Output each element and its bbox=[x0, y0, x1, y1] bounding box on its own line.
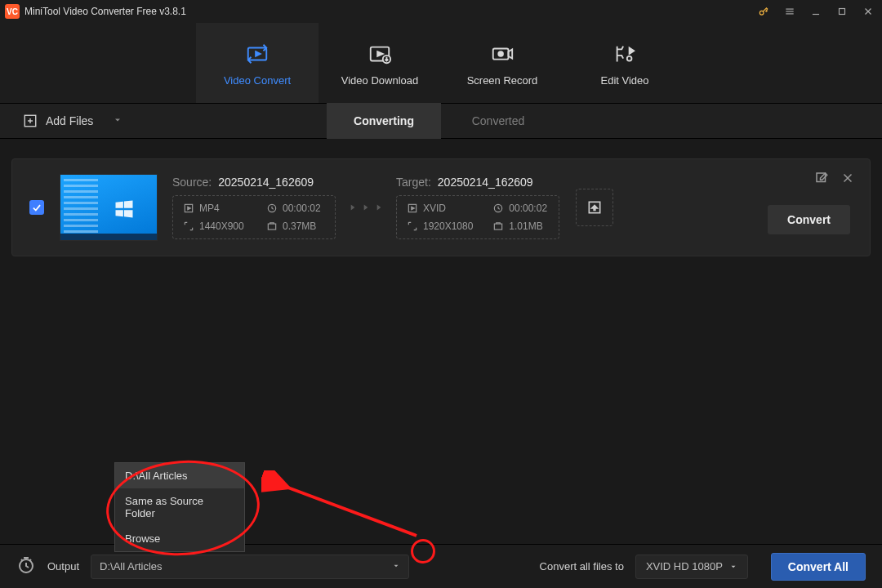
svg-marker-11 bbox=[377, 51, 383, 56]
convert-state-toggle: Converting Converted bbox=[327, 103, 555, 139]
output-path-value: D:\All Articles bbox=[100, 560, 163, 572]
menu-icon[interactable] bbox=[782, 4, 797, 19]
source-filename: 20250214_162609 bbox=[218, 176, 314, 189]
tab-video-download[interactable]: Video Download bbox=[318, 23, 441, 103]
svg-point-0 bbox=[760, 11, 764, 15]
conversion-item: Source: 20250214_162609 MP4 00:00:02 144… bbox=[11, 158, 871, 256]
svg-rect-22 bbox=[268, 224, 275, 229]
download-icon bbox=[368, 40, 392, 68]
tab-screen-record[interactable]: Screen Record bbox=[441, 23, 564, 103]
output-label: Output bbox=[47, 560, 79, 572]
maximize-icon[interactable] bbox=[835, 4, 849, 19]
source-size: 0.37MB bbox=[266, 220, 325, 232]
remove-item-icon[interactable] bbox=[840, 171, 855, 185]
target-label: Target: bbox=[396, 176, 431, 189]
tab-label: Screen Record bbox=[467, 74, 538, 87]
target-settings-button[interactable] bbox=[576, 189, 613, 226]
tab-video-convert[interactable]: Video Convert bbox=[196, 23, 318, 103]
toolbar: Add Files Converting Converted bbox=[0, 103, 882, 139]
output-option-browse[interactable]: Browse bbox=[115, 526, 244, 551]
edit-icon bbox=[612, 40, 637, 68]
tab-edit-video[interactable]: Edit Video bbox=[564, 23, 686, 103]
clock-icon[interactable] bbox=[16, 555, 36, 578]
add-files-button[interactable]: Add Files bbox=[23, 114, 122, 128]
close-icon[interactable] bbox=[861, 4, 875, 19]
titlebar: VC MiniTool Video Converter Free v3.8.1 bbox=[0, 0, 882, 23]
svg-marker-24 bbox=[412, 207, 415, 210]
chevron-down-icon bbox=[729, 563, 737, 571]
annotation-arrow bbox=[261, 470, 425, 544]
minimize-icon[interactable] bbox=[808, 4, 823, 19]
tab-label: Video Download bbox=[341, 74, 418, 87]
tab-label: Video Convert bbox=[224, 74, 291, 87]
app-logo-icon: VC bbox=[5, 4, 20, 19]
svg-point-14 bbox=[498, 51, 503, 56]
output-path-select[interactable]: D:\All Articles bbox=[91, 555, 409, 579]
svg-marker-9 bbox=[256, 51, 261, 56]
convert-icon bbox=[245, 40, 270, 68]
target-duration: 00:00:02 bbox=[492, 203, 549, 214]
target-format-select[interactable]: XVID HD 1080P bbox=[635, 555, 748, 579]
record-icon bbox=[490, 40, 514, 68]
target-meta: XVID 00:00:02 1920X1080 1.01MB bbox=[396, 195, 559, 239]
chevron-down-icon[interactable] bbox=[113, 114, 122, 127]
convert-all-to-label: Convert all files to bbox=[540, 560, 624, 572]
target-resolution: 1920X1080 bbox=[407, 220, 474, 232]
target-format-value: XVID HD 1080P bbox=[646, 560, 723, 572]
add-files-label: Add Files bbox=[46, 114, 93, 127]
output-dropdown-menu: D:\All Articles Same as Source Folder Br… bbox=[114, 462, 245, 552]
svg-point-15 bbox=[627, 56, 632, 60]
toggle-converting[interactable]: Converting bbox=[327, 103, 441, 139]
target-format: XVID bbox=[407, 203, 474, 214]
arrow-icon bbox=[347, 202, 385, 213]
source-duration: 00:00:02 bbox=[266, 203, 325, 214]
svg-rect-26 bbox=[495, 224, 502, 229]
tab-label: Edit Video bbox=[600, 74, 648, 87]
output-option-path[interactable]: D:\All Articles bbox=[115, 463, 244, 488]
target-size: 1.01MB bbox=[492, 220, 549, 232]
target-filename: 20250214_162609 bbox=[438, 176, 533, 189]
item-checkbox[interactable] bbox=[29, 200, 44, 215]
svg-marker-20 bbox=[188, 207, 191, 210]
svg-rect-5 bbox=[840, 9, 845, 15]
source-resolution: 1440X900 bbox=[183, 220, 248, 232]
convert-all-button[interactable]: Convert All bbox=[771, 553, 866, 581]
source-meta: MP4 00:00:02 1440X900 0.37MB bbox=[172, 195, 336, 239]
source-label: Source: bbox=[172, 176, 212, 189]
svg-line-32 bbox=[286, 487, 416, 536]
key-icon[interactable] bbox=[756, 4, 771, 19]
chevron-down-icon bbox=[392, 560, 400, 572]
edit-item-icon[interactable] bbox=[814, 171, 829, 185]
source-format: MP4 bbox=[183, 203, 248, 214]
video-thumbnail[interactable] bbox=[60, 174, 158, 241]
output-option-same-folder[interactable]: Same as Source Folder bbox=[115, 488, 244, 526]
main-tabs: Video Convert Video Download Screen Reco… bbox=[0, 23, 882, 103]
app-title: MiniTool Video Converter Free v3.8.1 bbox=[24, 6, 186, 17]
convert-button[interactable]: Convert bbox=[768, 205, 850, 234]
toggle-converted[interactable]: Converted bbox=[441, 103, 555, 139]
